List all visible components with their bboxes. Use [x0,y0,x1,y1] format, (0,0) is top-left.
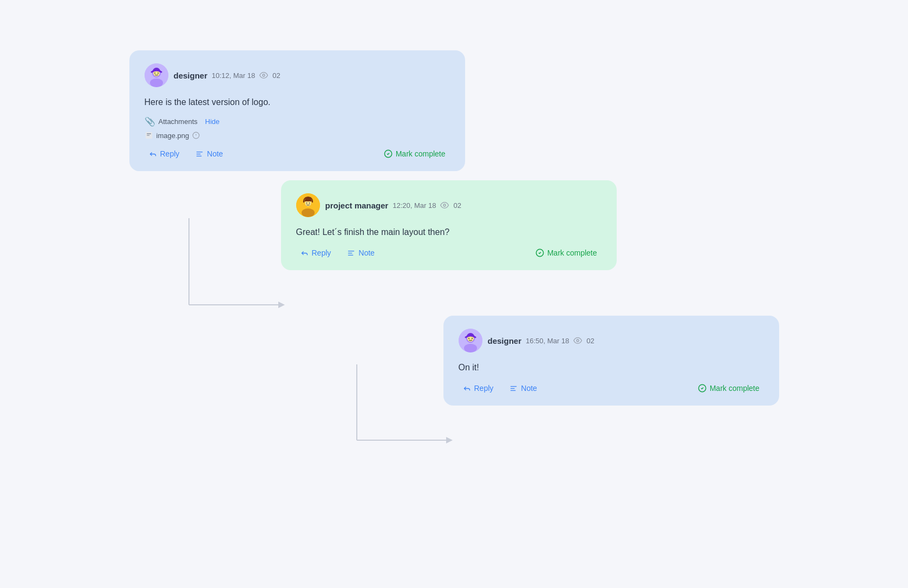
card-2-header: project manager 12:20, Mar 18 02 [296,193,602,217]
card-1-view-count: 02 [272,71,280,80]
card-2-actions: Reply Note Mark complete [296,246,602,259]
svg-point-36 [464,344,477,352]
card-2-eye-icon [440,201,449,210]
card-3-view-count: 02 [586,337,594,345]
card-3-note-label: Note [521,384,537,393]
comment-card-2: project manager 12:20, Mar 18 02 Great! … [281,180,617,270]
card-3-reply-button[interactable]: Reply [459,382,498,395]
svg-point-28 [309,202,310,204]
card-2-meta: project manager 12:20, Mar 18 02 [325,201,461,210]
svg-point-40 [577,339,579,342]
card-2-note-button[interactable]: Note [343,246,379,259]
card-2-body: Great! Let´s finish the main layout then… [296,226,602,239]
svg-marker-5 [446,437,453,443]
card-1-reply-button[interactable]: Reply [145,147,184,160]
card-1-meta: designer 10:12, Mar 18 02 [174,71,280,80]
svg-point-38 [468,338,469,339]
card-3-eye-icon [573,336,582,345]
card-3-reply-label: Reply [474,384,494,393]
card-3-actions: Reply Note Mark complete [459,382,764,395]
card-2-note-label: Note [358,249,375,257]
svg-point-39 [472,338,473,339]
card-1-body: Here is the latest version of logo. [145,96,450,109]
card-2-reply-button[interactable]: Reply [296,246,336,259]
card-1-time: 10:12, Mar 18 [212,71,255,80]
svg-marker-2 [278,302,285,308]
card-3-note-button[interactable]: Note [505,382,541,395]
svg-point-12 [263,74,265,76]
svg-point-29 [443,204,446,206]
svg-point-11 [158,73,159,74]
svg-point-27 [306,202,307,204]
comment-card-1: designer 10:12, Mar 18 02 Here is the la… [129,50,465,171]
svg-point-8 [150,79,163,87]
paperclip-icon: 📎 [145,116,155,127]
card-3-time: 16:50, Mar 18 [526,337,569,345]
card-1-mark-complete-label: Mark complete [396,149,446,158]
card-1-attachments-label: Attachments [159,117,198,126]
card-1-attachment-file: image.png [145,131,450,140]
card-1-header: designer 10:12, Mar 18 02 [145,63,450,87]
card-2-author: project manager [325,201,389,210]
card-1-avatar [145,63,168,87]
card-3-mark-complete-button[interactable]: Mark complete [694,382,764,395]
card-1-actions: Reply Note Mark complete [145,147,450,160]
svg-rect-14 [147,133,151,134]
svg-rect-15 [147,135,149,135]
card-1-reply-label: Reply [160,149,180,158]
svg-point-25 [302,208,315,217]
comment-card-3: designer 16:50, Mar 18 02 On it! Reply [443,316,779,406]
card-1-note-label: Note [207,149,223,158]
card-3-body: On it! [459,361,764,374]
card-1-eye-icon [259,71,268,80]
card-3-author: designer [488,336,522,345]
card-3-header: designer 16:50, Mar 18 02 [459,329,764,352]
card-2-mark-complete-label: Mark complete [547,249,597,257]
card-2-view-count: 02 [453,201,461,210]
card-2-avatar [296,193,320,217]
card-3-meta: designer 16:50, Mar 18 02 [488,336,595,345]
card-2-reply-label: Reply [312,249,331,257]
card-1-filename: image.png [156,132,190,140]
card-1-attachments: 📎 Attachments Hide image.png [145,116,450,140]
card-1-author: designer [174,71,208,80]
card-1-mark-complete-button[interactable]: Mark complete [380,147,450,160]
card-1-note-button[interactable]: Note [191,147,227,160]
card-2-time: 12:20, Mar 18 [393,201,436,210]
card-1-hide-button[interactable]: Hide [205,117,220,126]
card-2-mark-complete-button[interactable]: Mark complete [531,246,602,259]
card-3-avatar [459,329,482,352]
card-1-attachments-header: 📎 Attachments Hide [145,116,450,127]
svg-point-10 [154,73,155,74]
card-3-mark-complete-label: Mark complete [710,384,760,393]
